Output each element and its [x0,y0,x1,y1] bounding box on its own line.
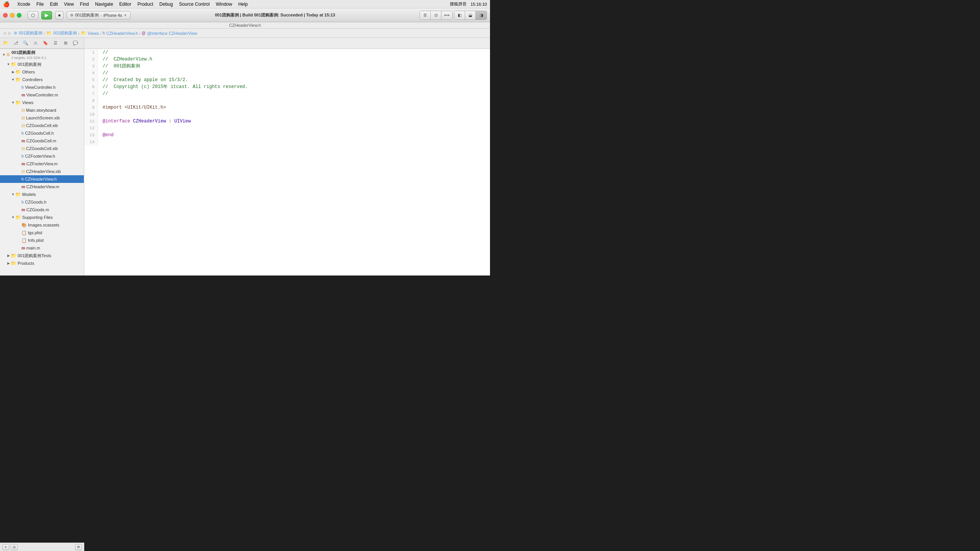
window-title: CZHeaderView.h [0,22,490,29]
sidebar-item-tgs-plist[interactable]: 📋 tgs.plist [0,229,84,236]
run-button[interactable]: ▶ [41,11,52,20]
sidebar-item-main-storyboard[interactable]: ⊟ Main.storyboard [0,106,84,114]
menu-help[interactable]: Help [238,2,248,7]
xib-icon: ⊟ [21,116,25,121]
menu-xcode[interactable]: Xcode [17,2,30,7]
tgs-plist-label: tgs.plist [28,230,82,235]
code-line-12: 12 [84,125,490,132]
sidebar-item-others[interactable]: 📁 Others [0,68,84,76]
version-editor-btn[interactable]: ⟺ [441,11,452,20]
sidebar-item-czheaderview-m[interactable]: m CZHeaderView.m [0,183,84,191]
bottom-panel-btn[interactable]: ⬓ [465,11,476,20]
menu-source-control[interactable]: Source Control [179,2,210,7]
sidebar-item-czgoodscell-h[interactable]: h CZGoodsCell.h [0,129,84,137]
code-editor[interactable]: 1 // 2 // CZHeaderView.h 3 // 001团购案例 4 … [84,49,490,276]
assistant-editor-btn[interactable]: ⊡ [431,11,441,20]
sidebar-item-views[interactable]: 📁 Views [0,99,84,106]
build-status-bar: 001团购案例 | Build 001团购案例: Succeeded | Tod… [134,12,416,18]
czheaderview-xib-label: CZHeaderView.xib [26,169,82,174]
nav-btn-list[interactable]: ☰ [51,39,60,47]
breadcrumb: ◁ ▷ ⚙ 001团购案例 › 📁 001团购案例 › 📁 Views › h … [0,29,490,38]
nav-btn-source[interactable]: ⎇ [11,39,20,47]
sidebar-item-supporting[interactable]: 📁 Supporting Files [0,214,84,221]
sidebar-item-czfooterview-h[interactable]: h CZFooterView.h [0,152,84,160]
code-editor-area: 1 // 2 // CZHeaderView.h 3 // 001团购案例 4 … [84,49,490,276]
breadcrumb-item-0[interactable]: ⚙ 001团购案例 [14,30,42,36]
controllers-label: Controllers [22,77,82,82]
sidebar-item-viewcontroller-h[interactable]: h ViewController.h [0,83,84,91]
menu-view[interactable]: View [64,2,74,7]
apple-menu[interactable]: 🍎 [3,1,10,7]
h-file-icon: h [21,131,24,135]
line-content-11: @interface CZHeaderView : UIView [98,118,191,125]
menu-editor[interactable]: Editor [119,2,131,7]
close-button[interactable] [3,13,8,18]
sidebar-item-main-m[interactable]: m main.m [0,244,84,252]
code-line-3: 3 // 001团购案例 [84,63,490,70]
menu-product[interactable]: Product [137,2,153,7]
traffic-lights [3,13,21,18]
nav-btn-warning[interactable]: ⚠ [31,39,40,47]
device-name: iPhone 4s [103,13,122,18]
breadcrumb-item-3[interactable]: h CZHeaderView.h [103,31,138,36]
menu-debug[interactable]: Debug [159,2,173,7]
nav-btn-link[interactable]: ⊞ [61,39,70,47]
nav-btn-folder[interactable]: 📁 [2,39,10,47]
sidebar-item-models[interactable]: 📁 Models [0,191,84,198]
nav-btn-message[interactable]: 💬 [71,39,80,47]
menu-window[interactable]: Window [216,2,232,7]
sidebar-item-target[interactable]: 📁 001团购案例 [0,60,84,68]
sidebar-item-czgoodsview-xib[interactable]: ⊟ CZGoodsCell.xib [0,145,84,152]
breadcrumb-item-2[interactable]: 📁 Views [81,31,99,36]
nav-btn-search[interactable]: 🔍 [21,39,30,47]
czgoodscell-h-label: CZGoodsCell.h [25,131,82,135]
controllers-folder-icon: 📁 [15,77,21,82]
sidebar-item-czgoodscell-xib[interactable]: ⊟ CZGoodsCell.xib [0,122,84,129]
line-num-3: 3 [84,63,98,70]
sidebar-item-project-root[interactable]: ⚙ 001团购案例 2 targets, iOS SDK 8.1 [0,49,84,60]
menu-file[interactable]: File [36,2,44,7]
sidebar-item-images[interactable]: 🎨 Images.xcassets [0,221,84,229]
breadcrumb-item-1[interactable]: 📁 001团购案例 [46,30,77,36]
nav-btn-bookmark[interactable]: 🔖 [41,39,50,47]
sidebar-item-czgoods-h[interactable]: h CZGoods.h [0,198,84,206]
standard-editor-btn[interactable]: ☰ [420,11,431,20]
line-content-9: #import <UIKit/UIKit.h> [98,104,166,111]
arrow-supporting [11,215,15,220]
sidebar-item-products[interactable]: 📁 Products [0,259,84,267]
breadcrumb-sep-2: › [78,31,80,36]
sidebar-item-controllers[interactable]: 📁 Controllers [0,76,84,83]
minimize-button[interactable] [10,13,15,18]
arrow-controllers [11,77,15,82]
line-content-2: // CZHeaderView.h [98,56,152,63]
sidebar-item-launchscreen[interactable]: ⊟ LaunchScreen.xib [0,114,84,122]
editor-mode-group: ☰ ⊡ ⟺ [420,11,452,20]
left-panel-btn[interactable]: ◧ [454,11,465,20]
sidebar-item-czheaderview-xib[interactable]: ⊟ CZHeaderView.xib [0,168,84,175]
line-content-1: // [98,49,108,56]
navigator-toggle-btn[interactable]: ⬡ [28,11,38,20]
arrow-views [11,100,15,105]
scheme-selector[interactable]: ⚙ 001团购案例 › iPhone 4s ▼ [67,11,131,20]
titlebar: ⬡ ▶ ■ ⚙ 001团购案例 › iPhone 4s ▼ 001团购案例 | … [0,8,490,22]
sidebar-item-czheaderview-h[interactable]: h CZHeaderView.h [0,175,84,183]
sidebar-item-info-plist[interactable]: 📋 Info.plist [0,236,84,244]
maximize-button[interactable] [17,13,21,18]
menu-navigate[interactable]: Navigate [95,2,113,7]
plist-icon: 📋 [21,238,27,243]
info-plist-label: Info.plist [28,238,82,243]
breadcrumb-item-4[interactable]: @ @interface CZHeaderView [142,31,197,36]
czfooterview-m-label: CZFooterView.m [26,161,82,166]
sidebar-item-tests[interactable]: 📁 001团购案例Tests [0,252,84,259]
menu-edit[interactable]: Edit [50,2,58,7]
code-line-4: 4 // [84,70,490,77]
stop-button[interactable]: ■ [55,11,64,20]
sidebar-item-czgoodscell-m[interactable]: m CZGoodsCell.m [0,137,84,145]
sidebar-item-czfooterview-m[interactable]: m CZFooterView.m [0,160,84,168]
sidebar-item-viewcontroller-m[interactable]: m ViewController.m [0,91,84,99]
right-panel-btn[interactable]: ◨ [476,11,487,20]
line-num-12: 12 [84,125,98,132]
sidebar-item-czgoods-m[interactable]: m CZGoods.m [0,206,84,214]
menu-find[interactable]: Find [80,2,89,7]
line-num-13: 13 [84,132,98,139]
